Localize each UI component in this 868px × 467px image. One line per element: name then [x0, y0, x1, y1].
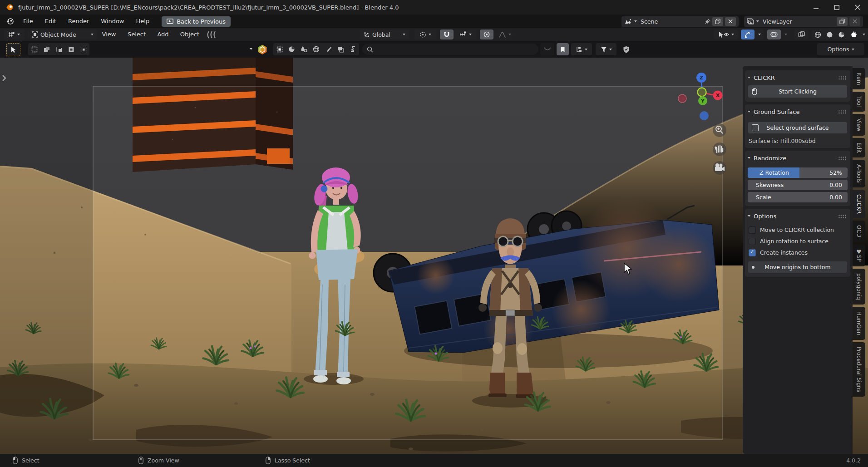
solid-shading-icon[interactable]: [824, 29, 835, 39]
close-button[interactable]: [847, 0, 868, 15]
tab-tool[interactable]: Tool: [853, 92, 865, 111]
tab-item[interactable]: Item: [853, 68, 865, 89]
panel-grip-icon[interactable]: [838, 156, 847, 160]
active-tool-tweak-button[interactable]: [6, 43, 20, 56]
toolbar-expand-arrow[interactable]: [1, 74, 7, 83]
tab-clickr[interactable]: CLICKR: [853, 190, 865, 218]
options-dropdown[interactable]: Options: [817, 43, 864, 55]
z-rotation-slider[interactable]: Z Rotation 52%: [748, 167, 848, 178]
tab-procedural-signs[interactable]: Procedural Signs: [853, 342, 865, 397]
minimize-button[interactable]: [805, 0, 826, 15]
pivot-point-dropdown[interactable]: [414, 29, 436, 39]
gizmo-minus-z[interactable]: [700, 111, 709, 120]
menu-help[interactable]: Help: [130, 15, 156, 28]
select-mode-invert-button[interactable]: [65, 43, 77, 55]
maximize-button[interactable]: [826, 0, 847, 15]
gizmo-options-dropdown[interactable]: [755, 29, 764, 39]
camera-view-button[interactable]: [713, 161, 726, 175]
transform-orientation-dropdown[interactable]: Global: [360, 29, 409, 39]
show-gizmo-toggle[interactable]: [741, 29, 755, 39]
arc-toggle[interactable]: [540, 43, 554, 55]
viewport-menu-object[interactable]: Object: [177, 28, 202, 41]
move-origins-button[interactable]: Move origins to bottom: [748, 261, 848, 273]
tab-humgen[interactable]: HumGen: [853, 307, 865, 340]
snap-toggle[interactable]: [440, 29, 454, 39]
scale-slider[interactable]: Scale 0.00: [748, 192, 848, 202]
filter-objects-icon[interactable]: [273, 43, 286, 55]
overlays-options-dropdown[interactable]: [782, 29, 790, 39]
panel-grip-icon[interactable]: [838, 214, 847, 218]
panel-randomize-header[interactable]: Randomize: [748, 152, 848, 163]
snap-target-dropdown[interactable]: [454, 29, 476, 39]
select-ground-surface-button[interactable]: Select ground surface: [748, 122, 848, 134]
select-mode-intersect-button[interactable]: [77, 43, 89, 55]
tab-ocd[interactable]: OCD: [853, 221, 865, 242]
unlink-scene-button[interactable]: [725, 17, 736, 26]
checkbox-icon[interactable]: [749, 238, 756, 245]
pin-icon[interactable]: [705, 19, 710, 25]
shading-dropdown[interactable]: [860, 29, 868, 39]
viewport-menu-select[interactable]: Select: [124, 28, 149, 41]
shield-toggle[interactable]: [619, 43, 633, 55]
tab-edit[interactable]: Edit: [853, 138, 865, 157]
checkbox-icon[interactable]: [749, 226, 756, 234]
pan-view-button[interactable]: [713, 143, 726, 156]
xray-toggle[interactable]: [794, 29, 808, 39]
select-mode-new-button[interactable]: [28, 43, 40, 55]
checkbox-icon[interactable]: [749, 249, 756, 256]
show-overlays-toggle[interactable]: [767, 29, 781, 39]
filter-dropdown[interactable]: [596, 43, 616, 55]
checkbox-align-rotation[interactable]: Align rotation to surface: [748, 236, 848, 247]
viewport-menu-add[interactable]: Add: [154, 28, 172, 41]
tab-a-tools[interactable]: A-Tools: [853, 160, 865, 187]
menu-window[interactable]: Window: [95, 15, 130, 28]
tab-sp[interactable]: ♥SP: [853, 244, 865, 266]
bookmark-toggle[interactable]: [557, 43, 569, 55]
editor-type-dropdown[interactable]: [4, 29, 25, 39]
checkbox-move-to-collection[interactable]: Move to CLICKR collection: [748, 224, 848, 236]
material-preview-icon[interactable]: [835, 29, 847, 39]
blender-menu-icon[interactable]: [5, 17, 15, 26]
select-mode-subtract-button[interactable]: [53, 43, 65, 55]
tab-view[interactable]: View: [853, 114, 865, 136]
tab-polygoniq[interactable]: polygoniq: [853, 269, 865, 305]
wireframe-shading-icon[interactable]: [812, 29, 824, 39]
menu-file[interactable]: File: [17, 15, 39, 28]
panel-options-header[interactable]: Options: [748, 211, 848, 221]
back-to-previous-button[interactable]: Back to Previous: [162, 16, 231, 27]
start-clicking-button[interactable]: Start Clicking: [748, 85, 848, 98]
search-input[interactable]: [377, 45, 515, 53]
polygoniq-hexagon-icon[interactable]: [257, 44, 268, 55]
gizmo-center[interactable]: [698, 88, 706, 97]
filter-image-icon[interactable]: [335, 43, 347, 55]
panel-grip-icon[interactable]: [838, 76, 847, 80]
viewlayer-selector[interactable]: ViewLayer: [744, 16, 863, 27]
falloff-arcs-icon[interactable]: [207, 31, 218, 39]
viewport-menu-view[interactable]: View: [99, 28, 119, 41]
menu-edit[interactable]: Edit: [39, 15, 62, 28]
viewport-scene[interactable]: [0, 58, 868, 454]
filter-world-icon[interactable]: [310, 43, 322, 55]
proportional-editing-toggle[interactable]: [480, 29, 493, 39]
panel-ground-header[interactable]: Ground Surface: [748, 106, 848, 117]
select-mode-extend-button[interactable]: [40, 43, 53, 55]
filter-curve-icon[interactable]: [347, 43, 359, 55]
scene-selector[interactable]: Scene: [621, 16, 739, 27]
filter-materials-icon[interactable]: [286, 43, 298, 55]
panel-grip-icon[interactable]: [838, 110, 847, 114]
proportional-falloff-dropdown[interactable]: [494, 29, 515, 39]
zoom-view-button[interactable]: [713, 123, 726, 137]
filter-particles-icon[interactable]: [298, 43, 310, 55]
remove-viewlayer-button[interactable]: [849, 17, 860, 26]
rendered-shading-icon[interactable]: [847, 29, 860, 39]
gizmo-minus-x[interactable]: [678, 94, 686, 103]
menu-render[interactable]: Render: [62, 15, 95, 28]
selectability-visibility-dropdown[interactable]: [714, 29, 738, 39]
navigation-gizmo[interactable]: Y Z X: [667, 68, 731, 177]
filter-brush-icon[interactable]: [322, 43, 335, 55]
skewness-slider[interactable]: Skewness 0.00: [748, 180, 848, 190]
checkbox-create-instances[interactable]: Create instances: [748, 247, 848, 258]
new-viewlayer-button[interactable]: [837, 17, 848, 26]
chevron-down-icon[interactable]: [250, 48, 252, 50]
panel-clickr-header[interactable]: CLICKR: [748, 72, 848, 83]
